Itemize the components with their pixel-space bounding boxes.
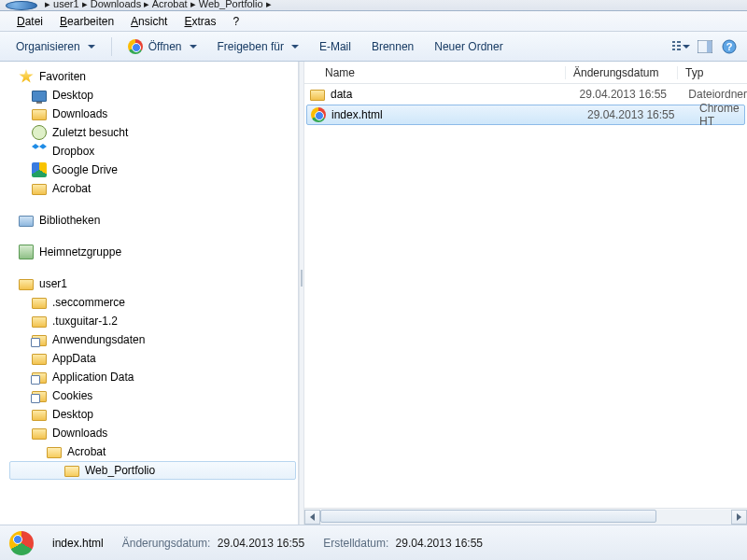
menu-file[interactable]: DDateiatei: [9, 13, 50, 30]
tree-dropbox[interactable]: Dropbox: [9, 142, 296, 161]
back-button[interactable]: [6, 1, 37, 10]
pane-splitter[interactable]: [299, 62, 304, 525]
tree-gdrive[interactable]: Google Drive: [9, 161, 296, 179]
tree-label: Zuletzt besucht: [52, 126, 128, 139]
burn-label: Brennen: [372, 40, 414, 53]
status-bar: index.html Änderungsdatum: 29.04.2013 16…: [0, 525, 747, 560]
tree-recent[interactable]: Zuletzt besucht: [9, 123, 296, 142]
folder-open-icon: [47, 447, 62, 458]
svg-rect-0: [672, 41, 675, 43]
tree-label: Favoriten: [39, 70, 86, 83]
status-created-value: 29.04.2013 16:55: [396, 537, 483, 550]
folder-shortcut-icon: [32, 335, 47, 346]
homegroup-icon: [19, 245, 34, 259]
file-type: Dateiordner: [688, 88, 747, 101]
google-drive-icon: [32, 162, 47, 177]
scrollbar-thumb[interactable]: [320, 510, 656, 523]
view-options-button[interactable]: [670, 36, 691, 57]
new-folder-button[interactable]: Neuer Ordner: [426, 36, 511, 57]
tree-label: .tuxguitar-1.2: [52, 315, 118, 328]
tree-label: Anwendungsdaten: [52, 333, 145, 346]
tree-acrobat[interactable]: Acrobat: [9, 179, 296, 198]
triangle-right-icon: [737, 513, 741, 521]
menu-help[interactable]: ?: [226, 13, 247, 30]
preview-pane-button[interactable]: [695, 36, 715, 57]
tree-favorites[interactable]: Favoriten: [9, 67, 296, 86]
main-panes: Favoriten Desktop Downloads Zuletzt besu…: [0, 62, 747, 525]
address-bar[interactable]: ▸ user1 ▸ Downloads ▸ Acrobat ▸ Web_Port…: [0, 0, 747, 11]
tree-appdata[interactable]: AppData: [9, 349, 296, 368]
menu-view[interactable]: Ansicht: [123, 13, 175, 30]
dropdown-arrow-icon: [88, 45, 95, 49]
tree-cookies[interactable]: Cookies: [9, 386, 296, 405]
help-button[interactable]: ?: [719, 36, 740, 57]
status-filename: index.html: [52, 537, 104, 550]
crumb[interactable]: ▸ user1 ▸ Downloads ▸ Acrobat ▸ Web_Port…: [39, 0, 277, 10]
burn-button[interactable]: Brennen: [363, 36, 422, 57]
toolbar: Organisieren Öffnen Freigeben für E-Mail…: [0, 32, 747, 62]
recent-icon: [32, 125, 47, 140]
share-label: Freigeben für: [218, 40, 284, 53]
tree-libraries[interactable]: Bibliotheken: [9, 211, 296, 230]
tree-label: Desktop: [52, 89, 93, 102]
folder-icon: [32, 428, 47, 440]
status-mod-value: 29.04.2013 16:55: [218, 537, 304, 550]
tree-user[interactable]: user1: [9, 274, 296, 293]
scrollbar-track[interactable]: [320, 510, 731, 525]
folder-icon: [32, 109, 47, 120]
svg-rect-7: [707, 41, 712, 52]
status-created: Erstelldatum: 29.04.2013 16:55: [323, 537, 483, 550]
chrome-icon: [128, 39, 143, 54]
svg-rect-1: [677, 41, 681, 43]
col-header-type[interactable]: Typ: [678, 66, 747, 79]
column-headers[interactable]: Name Änderungsdatum Typ: [304, 62, 747, 84]
tree-webportfolio[interactable]: Web_Portfolio: [9, 461, 296, 480]
scroll-right-button[interactable]: [731, 510, 747, 525]
tree-seccommerce[interactable]: .seccommerce: [9, 293, 296, 312]
dropbox-icon: [32, 144, 47, 159]
col-header-name[interactable]: Name: [304, 66, 566, 79]
email-label: E-Mail: [319, 40, 351, 53]
organize-button[interactable]: Organisieren: [7, 36, 104, 57]
separator: [111, 37, 112, 56]
file-date: 29.04.2013 16:55: [587, 108, 699, 121]
folder-icon: [32, 354, 47, 365]
dropdown-arrow-icon: [190, 45, 197, 49]
tree-label: Acrobat: [52, 182, 91, 195]
horizontal-scrollbar[interactable]: [304, 508, 747, 525]
tree-label: Acrobat: [67, 445, 106, 458]
tree-label: user1: [39, 277, 67, 290]
tree-homegroup[interactable]: Heimnetzgruppe: [9, 243, 296, 261]
menu-extras[interactable]: Extras: [176, 13, 223, 30]
menu-edit[interactable]: Bearbeiten: [52, 13, 121, 30]
share-button[interactable]: Freigeben für: [209, 36, 307, 57]
tree-label: Application Data: [52, 371, 134, 384]
tree-downloads[interactable]: Downloads: [9, 105, 296, 123]
tree-desktop[interactable]: Desktop: [9, 86, 296, 105]
navigation-tree[interactable]: Favoriten Desktop Downloads Zuletzt besu…: [0, 62, 299, 525]
tree-acrobat2[interactable]: Acrobat: [9, 442, 296, 461]
tree-label: Bibliotheken: [39, 214, 100, 227]
file-row[interactable]: index.html29.04.2013 16:55Chrome HT: [306, 105, 745, 125]
tree-label: Downloads: [52, 107, 107, 120]
tree-applicationdata[interactable]: Application Data: [9, 368, 296, 386]
preview-pane-icon: [698, 40, 712, 53]
status-created-label: Erstelldatum:: [323, 537, 388, 550]
folder-icon: [32, 184, 47, 195]
email-button[interactable]: E-Mail: [311, 36, 359, 57]
scroll-left-button[interactable]: [304, 510, 320, 525]
tree-desktop2[interactable]: Desktop: [9, 405, 296, 424]
open-button[interactable]: Öffnen: [120, 35, 205, 58]
triangle-left-icon: [310, 513, 315, 521]
tree-tuxguitar[interactable]: .tuxguitar-1.2: [9, 312, 296, 330]
tree-anwendungsdaten[interactable]: Anwendungsdaten: [9, 330, 296, 349]
folder-icon: [19, 279, 34, 290]
tree-label: Heimnetzgruppe: [39, 245, 121, 259]
folder-icon: [32, 410, 47, 421]
col-header-date[interactable]: Änderungsdatum: [566, 66, 678, 79]
svg-rect-3: [677, 45, 681, 47]
tree-downloads2[interactable]: Downloads: [9, 424, 296, 442]
libraries-icon: [19, 216, 34, 227]
tree-label: Web_Portfolio: [85, 464, 155, 477]
file-row[interactable]: data29.04.2013 16:55Dateiordner: [304, 84, 747, 105]
